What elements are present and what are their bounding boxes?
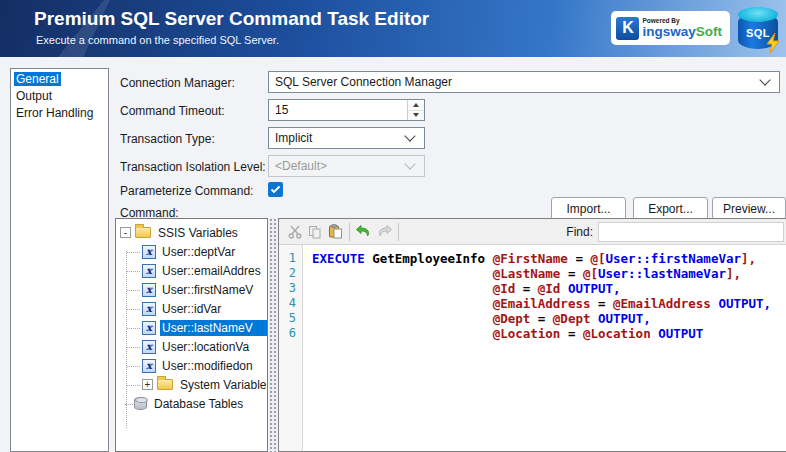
import-button[interactable]: Import...	[551, 197, 626, 220]
tree-item-label: SSIS Variables	[156, 225, 267, 241]
tree-item-label: User::deptVar	[160, 244, 267, 260]
sql-code-area[interactable]: EXECUTE GetEmployeeInfo @FirstName = @[U…	[304, 245, 786, 451]
page-subtitle: Execute a command on the specified SQL S…	[36, 34, 279, 46]
command-timeout-spinner[interactable]: 15	[268, 99, 425, 121]
tree-item-label: User::modifiedon	[160, 358, 267, 374]
tree-item-label: User::idVar	[160, 301, 267, 317]
logo-name: ingswaySoft	[642, 25, 722, 39]
sidebar-item-error-handling[interactable]: Error Handling	[11, 105, 108, 122]
spin-up-button[interactable]	[408, 100, 424, 110]
tree-item-label: User::firstNameV	[160, 282, 267, 298]
variable-icon: x	[142, 283, 156, 297]
sidebar-item-output[interactable]: Output	[11, 88, 108, 105]
code-line: @Id = @Id OUTPUT,	[312, 281, 786, 296]
database-icon	[134, 397, 147, 410]
checkmark-icon	[270, 185, 281, 194]
transaction-isolation-select: <Default>	[268, 155, 425, 177]
variable-icon: x	[142, 245, 156, 259]
connection-manager-select[interactable]: SQL Server Connection Manager	[268, 71, 780, 93]
paste-icon[interactable]	[325, 222, 345, 242]
transaction-type-select[interactable]: Implicit	[268, 127, 425, 149]
parameterize-command-label: Parameterize Command:	[120, 184, 253, 198]
line-number: 6	[279, 326, 302, 341]
transaction-isolation-label: Transaction Isolation Level:	[120, 160, 266, 174]
up-arrow-icon	[413, 103, 419, 107]
lightning-bolt-icon	[766, 33, 780, 53]
tree-item[interactable]: -SSIS Variables	[116, 223, 267, 242]
tree-item[interactable]: xUser::deptVar	[116, 242, 267, 261]
tree-item[interactable]: xUser::firstNameV	[116, 280, 267, 299]
connection-manager-label: Connection Manager:	[120, 76, 235, 90]
line-number-gutter: 123456	[279, 245, 303, 451]
copy-icon[interactable]	[305, 222, 325, 242]
code-line: @Dept = @Dept OUTPUT,	[312, 311, 786, 326]
variable-icon: x	[142, 302, 156, 316]
variables-tree: -SSIS VariablesxUser::deptVarxUser::emai…	[115, 218, 268, 452]
command-editor[interactable]: Find: 123456 EXECUTE GetEmployeeInfo @Fi…	[278, 218, 786, 452]
line-number: 3	[279, 281, 302, 296]
code-line: @Location = @Location OUTPUT	[312, 326, 786, 341]
cut-icon[interactable]	[285, 222, 305, 242]
variable-icon: x	[142, 359, 156, 373]
pages-listbox: General Output Error Handling	[10, 68, 109, 452]
folder-icon	[157, 379, 173, 390]
page-title: Premium SQL Server Command Task Editor	[34, 8, 429, 30]
folder-icon	[135, 227, 151, 238]
tree-item[interactable]: xUser::lastNameV	[116, 318, 267, 337]
sidebar-item-general[interactable]: General	[11, 71, 108, 88]
tree-item[interactable]: xUser::idVar	[116, 299, 267, 318]
tree-item[interactable]: +System Variables	[116, 375, 267, 394]
collapse-icon[interactable]: -	[120, 227, 131, 238]
tree-item[interactable]: xUser::emailAddres	[116, 261, 267, 280]
export-button[interactable]: Export...	[633, 197, 708, 220]
command-timeout-label: Command Timeout:	[120, 104, 225, 118]
tree-item[interactable]: xUser::modifiedon	[116, 356, 267, 375]
preview-button[interactable]: Preview...	[712, 197, 786, 220]
tree-item-label: User::emailAddres	[160, 263, 267, 279]
line-number: 5	[279, 311, 302, 326]
panel-splitter[interactable]	[269, 218, 277, 452]
tree-item-label: Database Tables	[152, 396, 267, 412]
code-line: @LastName = @[User::lastNameVar],	[312, 266, 786, 281]
redo-icon[interactable]	[374, 222, 394, 242]
sql-database-icon: SQL	[738, 7, 778, 51]
task-editor-window: Premium SQL Server Command Task Editor E…	[0, 0, 786, 452]
chevron-down-icon	[404, 158, 415, 169]
code-line: @EmailAddress = @EmailAddress OUTPUT,	[312, 296, 786, 311]
chevron-down-icon	[759, 74, 770, 85]
spin-down-button[interactable]	[408, 110, 424, 121]
variable-icon: x	[142, 264, 156, 278]
down-arrow-icon	[413, 113, 419, 117]
tree-item-label: User::lastNameV	[160, 320, 267, 336]
variable-icon: x	[142, 321, 156, 335]
parameterize-command-checkbox[interactable]	[268, 182, 283, 197]
header-banner: Premium SQL Server Command Task Editor E…	[0, 0, 786, 57]
tree-item[interactable]: Database Tables	[116, 394, 267, 413]
code-line: EXECUTE GetEmployeeInfo @FirstName = @[U…	[312, 251, 786, 266]
find-input[interactable]	[598, 222, 784, 242]
chevron-down-icon	[404, 130, 415, 141]
line-number: 2	[279, 266, 302, 281]
find-label: Find:	[566, 225, 593, 239]
kingswaysoft-k-icon: K	[616, 17, 639, 40]
editor-toolbar: Find:	[279, 219, 786, 245]
variable-icon: x	[142, 340, 156, 354]
undo-icon[interactable]	[354, 222, 374, 242]
tree-item-label: System Variables	[178, 377, 267, 393]
line-number: 4	[279, 296, 302, 311]
kingswaysoft-logo: K Powered By ingswaySoft	[611, 11, 730, 45]
tree-item-label: User::locationVa	[160, 339, 267, 355]
line-number: 1	[279, 251, 302, 266]
tree-item[interactable]: xUser::locationVa	[116, 337, 267, 356]
transaction-type-label: Transaction Type:	[120, 132, 215, 146]
expand-icon[interactable]: +	[142, 379, 153, 390]
